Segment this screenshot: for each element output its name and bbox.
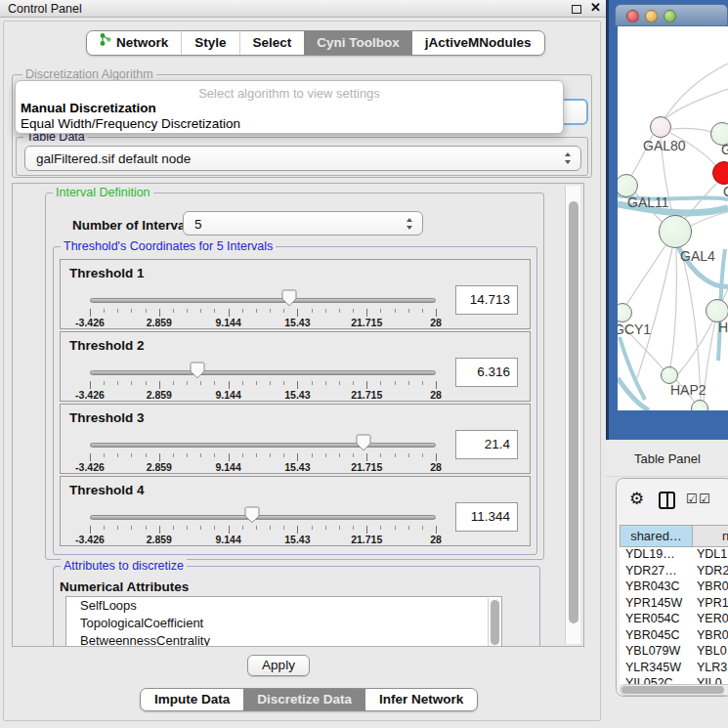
list-item[interactable]: BetweennessCentrality <box>66 632 501 647</box>
node-gal4[interactable] <box>659 215 692 248</box>
list-item[interactable]: TopologicalCoefficient <box>66 615 501 632</box>
node-label-gal80: GAL80 <box>643 138 686 153</box>
num-intervals-value: 5 <box>194 216 202 231</box>
threshold-4-value-field[interactable]: 11.344 <box>455 502 518 532</box>
close-traffic-light-icon[interactable] <box>626 10 639 22</box>
table-panel-header: Table Panel <box>606 440 728 477</box>
node-bottom[interactable] <box>691 400 708 410</box>
network-canvas[interactable]: GAL80 GAL11 GAL4 GCY1 HAP2 G C H <box>618 26 728 410</box>
threshold-3-box: Threshold 3 -3.4262.8599.14415.4321.7152… <box>60 404 531 474</box>
table-row[interactable]: YER054CYER0 <box>620 612 728 628</box>
table-row[interactable]: YBR043CYBR0 <box>620 579 728 596</box>
tab-select[interactable]: Select <box>239 31 305 55</box>
column-header-name[interactable]: na <box>692 525 728 547</box>
threshold-3-value-field[interactable]: 21.4 <box>455 430 518 459</box>
threshold-3-slider-track[interactable] <box>90 443 436 448</box>
num-intervals-combobox[interactable]: 5 <box>183 211 423 236</box>
tab-discretize-data[interactable]: Discretize Data <box>243 689 365 710</box>
settings-scrollbar[interactable] <box>565 186 580 644</box>
table-panel-title: Table Panel <box>634 451 701 466</box>
table-row[interactable]: YDR27…YDR2 <box>620 564 728 580</box>
node-label-hap2: HAP2 <box>670 382 707 398</box>
float-window-icon[interactable] <box>572 5 581 14</box>
minimize-traffic-light-icon[interactable] <box>645 10 658 22</box>
table-data-fieldset: Table Data galFiltered.sif default node <box>16 137 588 176</box>
node-label-partial-top: G <box>721 142 728 157</box>
table-data-combobox[interactable]: galFiltered.sif default node <box>24 146 581 171</box>
tab-impute-data[interactable]: Impute Data <box>141 689 243 710</box>
combo-spinner-icon <box>407 218 413 230</box>
table-row[interactable]: YDL19…YDL1 <box>620 547 728 564</box>
zoom-traffic-light-icon[interactable] <box>664 10 676 22</box>
numerical-attributes-list[interactable]: SelfLoops TopologicalCoefficient Between… <box>65 596 502 647</box>
algorithm-option-manual[interactable]: Manual Discretization <box>21 101 156 115</box>
threshold-3-slider-thumb[interactable] <box>356 434 371 451</box>
slider-major-ticks <box>90 309 438 317</box>
slider-major-ticks <box>90 526 438 534</box>
node-label-partial-low: H <box>718 320 728 335</box>
attributes-legend: Attributes to discretize <box>61 559 187 573</box>
slider-tick-labels: -3.4262.8599.14415.4321.71528 <box>90 534 436 545</box>
tab-style-label: Style <box>194 31 226 55</box>
slider-major-ticks <box>90 381 438 389</box>
control-panel-title: Control Panel <box>8 2 82 16</box>
list-scrollbar-thumb[interactable] <box>491 600 499 645</box>
threshold-1-value-field[interactable]: 14.713 <box>455 285 518 315</box>
tab-jactivemnodules[interactable]: jActiveMNodules <box>412 31 544 55</box>
tab-network[interactable]: Network <box>87 31 181 55</box>
threshold-2-slider-track[interactable] <box>90 370 436 375</box>
list-item[interactable]: SelfLoops <box>66 597 501 615</box>
tab-cyni-toolbox[interactable]: Cyni Toolbox <box>304 31 412 55</box>
node-label-gal11: GAL11 <box>627 194 669 210</box>
close-icon[interactable]: ✕ <box>590 0 601 15</box>
table-horizontal-scrollbar-thumb[interactable] <box>621 686 724 694</box>
table-row[interactable]: YBR045CYBR0 <box>620 628 728 645</box>
control-panel-tabbar: Network Style Select Cyni Toolbox jActiv… <box>86 30 545 56</box>
table-horizontal-scrollbar[interactable] <box>620 684 728 696</box>
slider-tick-labels: -3.4262.8599.14415.4321.71528 <box>90 389 436 401</box>
tab-infer-network[interactable]: Infer Network <box>365 689 477 710</box>
tab-select-label: Select <box>253 31 292 55</box>
threshold-3-label: Threshold 3 <box>69 410 145 425</box>
numerical-attributes-heading: Numerical Attributes <box>60 579 189 594</box>
table-data-value: galFiltered.sif default node <box>36 151 191 166</box>
threshold-1-slider-thumb[interactable] <box>281 289 297 307</box>
slider-tick-labels: -3.4262.8599.14415.4321.71528 <box>90 317 436 328</box>
interval-definition-legend: Interval Definition <box>53 186 153 199</box>
table-row[interactable]: YPR145WYPR1 <box>620 596 728 613</box>
combo-spinner-icon <box>565 152 572 164</box>
table-row[interactable]: YLR345WYLR3 <box>620 661 728 677</box>
table-row[interactable]: YBL079WYBL0 <box>620 644 728 661</box>
network-window-titlebar[interactable] <box>615 4 728 26</box>
control-panel-titlebar: Control Panel ✕ <box>0 0 606 18</box>
discretization-algorithm-legend: Discretization Algorithm <box>22 67 156 81</box>
tab-network-label: Network <box>116 31 168 55</box>
checkbox-icon[interactable]: ☑ <box>699 492 710 506</box>
node-label-gcy1: GCY1 <box>618 321 651 337</box>
tab-jactivemnodules-label: jActiveMNodules <box>425 31 532 55</box>
threshold-2-label: Threshold 2 <box>69 338 145 353</box>
checkbox-icon[interactable]: ☑ <box>686 492 698 506</box>
threshold-1-slider-track[interactable] <box>90 298 436 303</box>
threshold-4-label: Threshold 4 <box>69 483 145 497</box>
settings-scrollbar-thumb[interactable] <box>569 201 578 623</box>
table-panel-card: ⚙ ☑ ☑ shared… na YDL19…YDL1 YDR27…YDR2 Y… <box>616 478 728 697</box>
slider-major-ticks <box>90 453 438 461</box>
algorithm-popup-prompt: Select algorithm to view settings <box>16 86 563 101</box>
split-columns-icon[interactable] <box>659 492 675 509</box>
list-scrollbar[interactable] <box>488 598 500 647</box>
gear-icon[interactable]: ⚙ <box>629 489 644 509</box>
threshold-2-value-field[interactable]: 6.316 <box>455 358 518 387</box>
apply-button[interactable]: Apply <box>247 655 310 676</box>
column-header-shared[interactable]: shared… <box>620 525 693 547</box>
node-gal80[interactable] <box>650 116 671 138</box>
threshold-4-slider-thumb[interactable] <box>244 506 260 524</box>
threshold-2-slider-thumb[interactable] <box>190 362 205 379</box>
thresholds-fieldset: Threshold's Coordinates for 5 Intervals … <box>53 246 537 555</box>
algorithm-option-equal-width[interactable]: Equal Width/Frequency Discretization <box>21 116 240 131</box>
threshold-1-box: Threshold 1 -3.4262.8599.14415.4321.7152… <box>60 259 531 329</box>
node-label-gal4: GAL4 <box>680 248 715 264</box>
tab-style[interactable]: Style <box>181 31 238 55</box>
threshold-4-slider-track[interactable] <box>90 515 436 520</box>
table-row[interactable]: YIL052CYIL0 <box>620 676 728 684</box>
